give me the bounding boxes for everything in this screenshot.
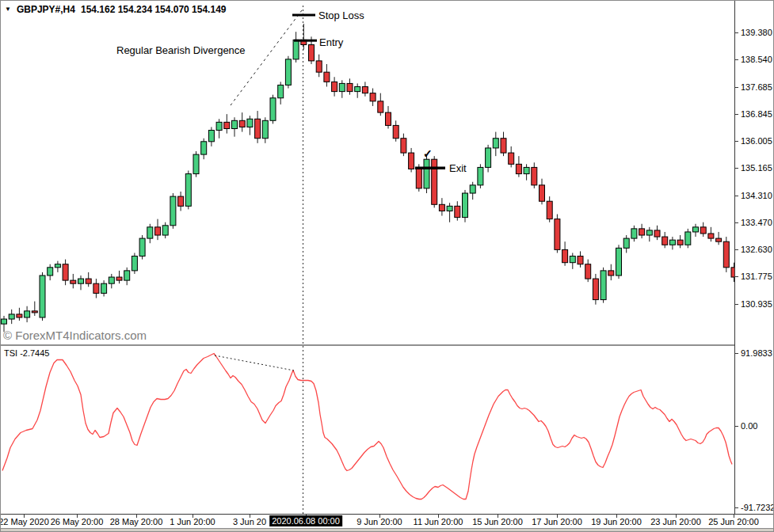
price-axis-tick bbox=[735, 59, 738, 60]
price-axis-label: 136.005 bbox=[741, 136, 772, 146]
bull-candle bbox=[208, 131, 214, 142]
bear-candle bbox=[608, 271, 614, 276]
time-axis-label: 26 May 20:00 bbox=[49, 517, 105, 526]
bull-candle bbox=[623, 238, 629, 248]
price-divergence-trendline bbox=[231, 10, 302, 105]
bull-candle bbox=[486, 148, 491, 167]
bear-candle bbox=[662, 237, 668, 245]
price-axis-label: 130.935 bbox=[741, 299, 772, 309]
bear-candle bbox=[378, 101, 383, 112]
bull-candle bbox=[478, 167, 483, 184]
candlestick-chart bbox=[1, 1, 734, 344]
tsi-axis-label: -91.7232 bbox=[741, 503, 774, 512]
price-axis-tick bbox=[735, 32, 738, 33]
bull-candle bbox=[124, 271, 130, 280]
bear-candle bbox=[562, 249, 568, 262]
bull-candle bbox=[669, 240, 675, 245]
bear-candle bbox=[639, 229, 645, 235]
price-axis-label: 133.470 bbox=[741, 218, 772, 227]
bear-candle bbox=[501, 139, 506, 153]
time-axis-label: 22 May 2020 bbox=[0, 517, 51, 526]
chart-title: ▼ GBPJPY#,H4 154.162 154.234 154.070 154… bbox=[5, 4, 226, 15]
panel-splitter[interactable] bbox=[1, 344, 774, 346]
bull-candle bbox=[193, 154, 199, 173]
bull-candle bbox=[9, 314, 14, 319]
price-axis-tick bbox=[735, 304, 738, 305]
bear-candle bbox=[239, 120, 245, 127]
bear-candle bbox=[178, 196, 184, 206]
collapse-arrow-icon[interactable]: ▼ bbox=[5, 6, 11, 13]
bear-candle bbox=[416, 169, 421, 188]
bull-candle bbox=[493, 139, 498, 148]
exit-annotation: Exit bbox=[449, 162, 467, 174]
price-axis-tick bbox=[735, 276, 738, 277]
watermark: © ForexMT4Indicators.com bbox=[3, 329, 147, 342]
bear-candle bbox=[32, 311, 37, 313]
time-axis: 22 May 202026 May 20:0028 May 20:001 Jun… bbox=[1, 514, 774, 528]
price-axis-label: 137.685 bbox=[741, 82, 772, 92]
bull-candle bbox=[646, 230, 652, 235]
bull-candle bbox=[109, 277, 114, 283]
time-axis-label: 1 Jun 20:00 bbox=[168, 517, 217, 526]
bull-candle bbox=[524, 167, 529, 173]
price-axis-tick bbox=[735, 168, 738, 169]
bear-candle bbox=[509, 153, 514, 164]
bull-candle bbox=[285, 59, 291, 86]
time-axis-label: 15 Jun 20:00 bbox=[471, 517, 524, 526]
price-axis-tick bbox=[735, 196, 738, 196]
price-axis-label: 134.310 bbox=[741, 191, 772, 200]
price-axis-tick bbox=[735, 249, 738, 250]
bear-candle bbox=[593, 279, 598, 300]
bear-candle bbox=[708, 234, 714, 238]
bull-candle bbox=[470, 185, 475, 193]
bull-candle bbox=[139, 238, 145, 256]
tsi-axis-tick bbox=[735, 426, 738, 427]
bear-candle bbox=[716, 238, 722, 241]
bear-candle bbox=[71, 280, 76, 283]
bear-candle bbox=[86, 279, 91, 283]
time-axis-label: 11 Jun 20:00 bbox=[412, 517, 465, 526]
bull-candle bbox=[185, 174, 191, 207]
time-axis-label: 19 Jun 20:00 bbox=[589, 517, 643, 526]
bull-candle bbox=[201, 142, 207, 154]
price-axis-tick bbox=[735, 222, 738, 223]
bull-candle bbox=[147, 227, 153, 238]
time-axis-label: 17 Jun 20:00 bbox=[530, 517, 584, 526]
bull-candle bbox=[162, 226, 168, 235]
bear-candle bbox=[393, 125, 398, 138]
bull-candle bbox=[232, 120, 238, 128]
tsi-axis-tick bbox=[735, 353, 738, 354]
bear-candle bbox=[17, 314, 22, 317]
bull-candle bbox=[262, 120, 268, 138]
tsi-axis-label: 91.9833 bbox=[741, 348, 772, 358]
bear-candle bbox=[432, 159, 437, 204]
bull-candle bbox=[48, 268, 53, 276]
bull-candle bbox=[247, 119, 253, 127]
bull-candle bbox=[570, 256, 575, 263]
ohlc-values: 154.162 154.234 154.070 154.149 bbox=[81, 4, 227, 15]
time-axis-label: 9 Jun 20:00 bbox=[355, 517, 404, 526]
window-bottom-edge bbox=[1, 528, 774, 532]
bear-candle bbox=[332, 82, 337, 91]
bull-candle bbox=[339, 83, 345, 91]
bear-candle bbox=[370, 93, 376, 101]
stop-loss-annotation: Stop Loss bbox=[318, 10, 364, 21]
tsi-axis-label: 0.00 bbox=[741, 421, 757, 431]
symbol-period-label: GBPJPY#,H4 bbox=[17, 4, 75, 15]
time-axis-label: 28 May 20:00 bbox=[109, 517, 165, 526]
bull-candle bbox=[685, 232, 691, 245]
bear-candle bbox=[547, 201, 552, 218]
bear-candle bbox=[532, 167, 537, 184]
bear-candle bbox=[347, 83, 353, 91]
bull-candle bbox=[132, 256, 137, 271]
bull-candle bbox=[55, 264, 60, 268]
time-axis-label: 3 Jun 20 bbox=[231, 517, 268, 526]
bear-candle bbox=[654, 230, 660, 237]
bull-candle bbox=[601, 271, 606, 300]
bear-candle bbox=[93, 283, 99, 293]
bear-candle bbox=[309, 44, 315, 60]
bull-candle bbox=[693, 227, 699, 232]
bull-candle bbox=[270, 98, 276, 121]
bear-candle bbox=[401, 139, 406, 153]
bear-candle bbox=[516, 164, 521, 173]
